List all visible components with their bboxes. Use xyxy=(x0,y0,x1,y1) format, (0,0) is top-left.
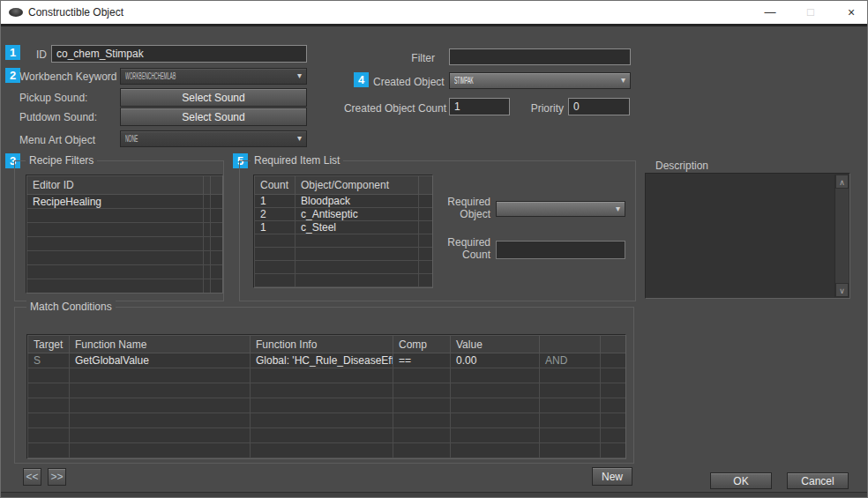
id-input[interactable] xyxy=(51,45,307,63)
column-header[interactable]: Count xyxy=(255,176,296,195)
table-cell[interactable] xyxy=(540,368,601,383)
table-cell[interactable] xyxy=(419,248,433,261)
created-object-dropdown[interactable]: STIMPAK ▾ xyxy=(449,72,631,89)
column-header[interactable]: Value xyxy=(451,336,540,353)
table-cell[interactable] xyxy=(393,428,451,443)
column-header[interactable] xyxy=(204,176,211,195)
table-cell[interactable] xyxy=(419,208,433,221)
table-cell[interactable] xyxy=(251,368,393,383)
table-row[interactable] xyxy=(27,237,223,251)
table-cell[interactable] xyxy=(540,398,601,413)
table-cell[interactable] xyxy=(70,398,251,413)
prev-condition-button[interactable]: << xyxy=(23,468,41,486)
table-cell[interactable] xyxy=(393,443,451,458)
table-cell[interactable] xyxy=(28,413,70,428)
menu-art-object-dropdown[interactable]: NONE ▾ xyxy=(120,130,307,147)
table-cell[interactable] xyxy=(27,279,204,294)
table-cell[interactable]: Global: 'HC_Rule_DiseaseEff... xyxy=(251,353,393,368)
table-row[interactable]: RecipeHealing xyxy=(27,195,223,209)
description-scrollbar[interactable]: ∧ ∨ xyxy=(834,175,849,297)
table-cell[interactable] xyxy=(211,223,223,237)
table-cell[interactable] xyxy=(540,443,601,458)
scroll-down-icon[interactable]: ∨ xyxy=(835,283,849,297)
table-cell[interactable] xyxy=(540,383,601,398)
table-row[interactable] xyxy=(255,248,433,261)
column-header[interactable] xyxy=(419,176,433,195)
table-cell[interactable] xyxy=(27,223,204,237)
table-row[interactable] xyxy=(28,398,626,413)
table-cell[interactable] xyxy=(296,261,419,274)
table-row[interactable] xyxy=(28,428,626,443)
column-header[interactable] xyxy=(601,336,626,353)
ok-button[interactable]: OK xyxy=(710,472,772,489)
new-condition-button[interactable]: New xyxy=(592,467,632,486)
table-cell[interactable]: 1 xyxy=(255,195,296,208)
table-cell[interactable] xyxy=(419,221,433,234)
table-cell[interactable] xyxy=(419,195,433,208)
table-cell[interactable] xyxy=(393,383,451,398)
next-condition-button[interactable]: >> xyxy=(48,468,66,486)
table-cell[interactable] xyxy=(601,443,626,458)
table-cell[interactable] xyxy=(451,413,540,428)
minimize-icon[interactable]: — xyxy=(755,1,785,24)
table-cell[interactable] xyxy=(211,209,223,223)
table-cell[interactable]: 2 xyxy=(255,208,296,221)
table-cell[interactable] xyxy=(255,261,296,274)
description-textarea[interactable]: ∧ ∨ xyxy=(645,173,850,299)
table-row[interactable]: 1Bloodpack xyxy=(255,195,433,208)
table-row[interactable] xyxy=(255,261,433,274)
table-cell[interactable] xyxy=(211,195,223,209)
table-cell[interactable]: RecipeHealing xyxy=(27,195,204,209)
scroll-up-icon[interactable]: ∧ xyxy=(835,175,849,189)
table-cell[interactable]: GetGlobalValue xyxy=(70,353,251,368)
table-row[interactable] xyxy=(28,368,626,383)
table-cell[interactable] xyxy=(296,274,419,287)
required-count-input[interactable] xyxy=(496,241,625,259)
table-cell[interactable] xyxy=(251,428,393,443)
table-cell[interactable] xyxy=(601,428,626,443)
required-object-dropdown[interactable]: ▾ xyxy=(496,201,625,217)
table-cell[interactable] xyxy=(255,248,296,261)
table-cell[interactable] xyxy=(451,443,540,458)
table-cell[interactable] xyxy=(70,413,251,428)
table-cell[interactable] xyxy=(28,368,70,383)
table-cell[interactable] xyxy=(251,413,393,428)
pickup-select-sound-button[interactable]: Select Sound xyxy=(120,88,307,107)
table-cell[interactable] xyxy=(601,383,626,398)
column-header[interactable] xyxy=(540,336,601,353)
table-row[interactable] xyxy=(255,274,433,287)
putdown-select-sound-button[interactable]: Select Sound xyxy=(120,108,307,126)
column-header[interactable]: Comp xyxy=(393,336,451,353)
table-cell[interactable] xyxy=(296,234,419,248)
table-cell[interactable] xyxy=(28,428,70,443)
table-cell[interactable] xyxy=(27,237,204,251)
column-header[interactable] xyxy=(211,176,223,195)
table-cell[interactable]: == xyxy=(393,353,451,368)
table-cell[interactable]: 1 xyxy=(255,221,296,234)
table-cell[interactable] xyxy=(451,398,540,413)
table-cell[interactable] xyxy=(204,279,211,294)
table-row[interactable] xyxy=(27,265,223,279)
table-cell[interactable] xyxy=(419,261,433,274)
table-cell[interactable] xyxy=(251,443,393,458)
table-cell[interactable]: c_Steel xyxy=(296,221,419,234)
table-row[interactable]: 2c_Antiseptic xyxy=(255,208,433,221)
table-cell[interactable] xyxy=(27,265,204,279)
column-header[interactable]: Editor ID xyxy=(27,176,204,195)
table-cell[interactable] xyxy=(28,398,70,413)
table-cell[interactable] xyxy=(419,274,433,287)
table-cell[interactable] xyxy=(211,265,223,279)
column-header[interactable]: Object/Component xyxy=(296,176,419,195)
table-cell[interactable] xyxy=(70,428,251,443)
table-cell[interactable] xyxy=(419,234,433,248)
table-row[interactable] xyxy=(27,279,223,294)
table-cell[interactable] xyxy=(601,398,626,413)
table-cell[interactable] xyxy=(204,223,211,237)
table-row[interactable] xyxy=(255,234,433,248)
priority-input[interactable] xyxy=(568,98,630,115)
table-cell[interactable] xyxy=(211,251,223,265)
table-cell[interactable] xyxy=(28,443,70,458)
table-cell[interactable] xyxy=(27,251,204,265)
table-cell[interactable] xyxy=(204,251,211,265)
created-object-count-input[interactable] xyxy=(449,98,510,115)
